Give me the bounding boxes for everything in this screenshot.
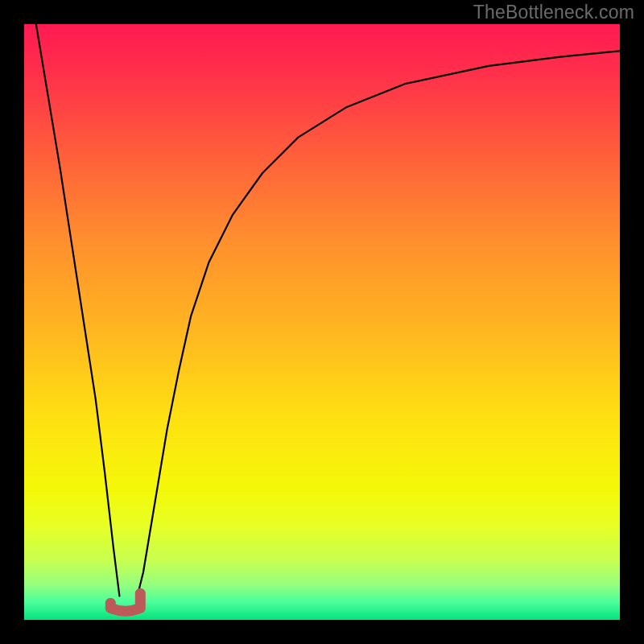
watermark-text: TheBottleneck.com bbox=[473, 2, 634, 23]
plot-area bbox=[24, 24, 620, 620]
optimal-marker bbox=[110, 593, 140, 611]
curve-right-branch bbox=[138, 51, 620, 596]
curve-left-branch bbox=[36, 24, 120, 596]
curve-layer bbox=[24, 24, 620, 620]
chart-frame: TheBottleneck.com bbox=[0, 0, 644, 644]
